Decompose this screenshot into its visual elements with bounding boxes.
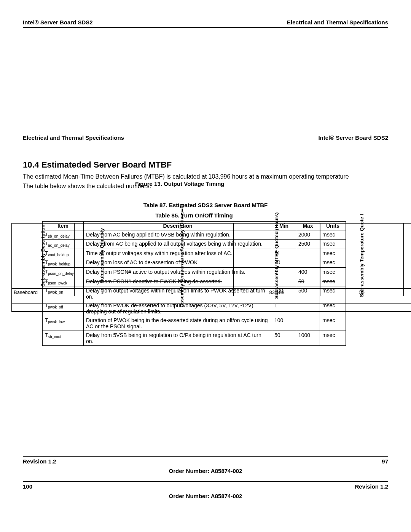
footer-rule-97 (23, 456, 388, 457)
table-row: Tsb_on_delayDelay from AC being applied … (42, 230, 346, 240)
table-row: Tac_on_delayDelays from AC being applied… (42, 240, 346, 249)
t87-c6: 100 (403, 288, 411, 296)
p97-footer-right: 97 (382, 458, 388, 465)
section-para-1: The estimated Mean-Time Between Failures… (23, 173, 388, 181)
t85-h-max: Max (296, 221, 320, 230)
table-row: Tpwok_lowDuration of PWOK being in the d… (42, 316, 346, 331)
p97-footer-left: Revision 1.2 (23, 458, 56, 465)
t85-h-item: Item (42, 221, 84, 230)
p100-footer-center: Order Number: A85874-002 (23, 493, 388, 499)
t85-h-units: Units (320, 221, 346, 230)
table-row: Tvout_holdupTime all output voltages sta… (42, 249, 346, 258)
p100-header-right: Intel® Server Board SDS2 (318, 134, 388, 141)
p100-header-left: Electrical and Thermal Specifications (23, 134, 124, 141)
p97-footer-center: Order Number: A85874-002 (23, 468, 388, 474)
table-row: Tpson_pwokDelay from PSON# deactive to P… (42, 277, 346, 286)
t85-h-min: Min (272, 221, 296, 230)
table-row: Tsb_voutDelay from 5VSB being in regulat… (42, 331, 346, 346)
table-85-header-row: Item Description Min Max Units (42, 221, 346, 230)
figure-13-caption: Figure 13. Output Voltage Timing (135, 182, 224, 188)
table-85-caption: Table 85. Turn On/Off Timing (42, 212, 346, 219)
table-row: Tpwok_onDelay from output voltages withi… (42, 286, 346, 301)
t85-h-desc: Description (84, 221, 272, 230)
p97-header-left: Intel® Server Board SDS2 (23, 19, 93, 26)
p100-footer-left: 100 (23, 483, 32, 490)
section-para-2: The table below shows the calculated num… (23, 183, 151, 189)
table-row: Tpson_on_delayDelay from PSON# active to… (42, 267, 346, 277)
table-row: Tpwok_holdupDelay from loss of AC to de-… (42, 258, 346, 268)
table-85: Item Description Min Max Units Tsb_on_de… (42, 221, 346, 347)
p100-footer-right: Revision 1.2 (355, 483, 388, 490)
table-row: Tpwok_offDelay from PWOK de-asserted to … (42, 301, 346, 316)
header-rule (23, 27, 388, 28)
p97-header-right: Electrical and Thermal Specifications (287, 19, 388, 26)
t87-h-c6: Sub-assembly Duty Cycle Quote (%) (403, 223, 411, 289)
footer-rule-100 (23, 481, 388, 482)
table-87-caption: Table 87. Estimated SDS2 Server Board MT… (23, 202, 388, 208)
section-heading: 10.4 Estimateded Server Board MTBF (23, 160, 388, 170)
